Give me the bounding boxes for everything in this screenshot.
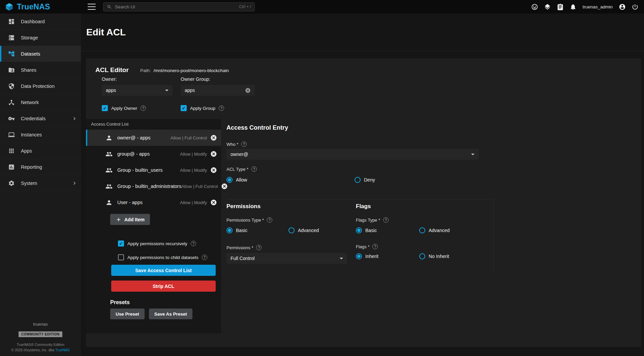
apply-child-datasets-checkbox[interactable] <box>118 254 124 260</box>
acl-type-label-row: ACL Type * <box>226 166 257 172</box>
help-icon[interactable] <box>267 217 272 223</box>
delete-entry-button[interactable] <box>210 151 217 157</box>
permissions-type-advanced-radio[interactable]: Advanced <box>288 227 319 233</box>
sidebar-item-reporting[interactable]: Reporting <box>0 159 81 175</box>
list-item[interactable]: User - apps Allow | Modify <box>86 194 221 211</box>
username-label: truenas_admin <box>583 4 613 9</box>
cancel-icon <box>210 151 217 157</box>
help-icon[interactable] <box>219 105 224 111</box>
list-item[interactable]: owner@ - apps Allow | Full Control <box>86 130 221 146</box>
sidebar-item-storage[interactable]: Storage <box>0 30 81 46</box>
permissions-section-heading: Permissions <box>226 203 260 210</box>
list-item[interactable]: Group - builtin_administrators Allow | F… <box>86 178 221 194</box>
who-select[interactable]: owner@ <box>226 149 479 160</box>
flags-inherit-radio[interactable]: Inherit <box>356 253 378 259</box>
apply-child-datasets-checkbox-row[interactable]: Apply permissions to child datasets <box>118 254 207 260</box>
owner-group-input[interactable]: apps <box>181 85 255 96</box>
chevron-down-icon <box>471 154 474 155</box>
help-icon[interactable] <box>202 255 207 260</box>
user-avatar-icon[interactable] <box>619 3 626 10</box>
help-icon[interactable] <box>251 166 257 172</box>
delete-entry-button[interactable] <box>210 134 217 141</box>
flags-no-inherit-label: No Inherit <box>429 254 449 259</box>
presets-heading: Presets <box>110 299 130 305</box>
strip-acl-button[interactable]: Strip ACL <box>111 281 216 292</box>
owner-group-value: apps <box>185 88 195 93</box>
truenas-logo[interactable]: TrueNAS <box>0 2 81 11</box>
help-icon[interactable] <box>141 105 146 111</box>
sidebar-item-network[interactable]: Network <box>0 94 81 110</box>
search-input[interactable]: Search UI Ctrl + / <box>103 2 255 11</box>
help-icon[interactable] <box>372 244 378 249</box>
list-item[interactable]: group@ - apps Allow | Modify <box>86 146 221 162</box>
truenas-link[interactable]: TrueNAS <box>55 348 70 352</box>
flags-no-inherit-radio[interactable]: No Inherit <box>419 253 449 259</box>
apply-owner-checkbox[interactable] <box>102 105 108 111</box>
help-icon[interactable] <box>191 241 196 246</box>
sidebar-item-dashboard[interactable]: Dashboard <box>0 13 81 30</box>
sidebar-item-shares[interactable]: Shares <box>0 62 81 78</box>
use-preset-button[interactable]: Use Preset <box>110 309 145 319</box>
who-label: Who * <box>226 142 238 147</box>
flags-type-basic-label: Basic <box>365 228 377 233</box>
entry-name: User - apps <box>117 200 143 205</box>
flags-type-label-row: Flags Type * <box>356 217 389 223</box>
apply-owner-checkbox-row[interactable]: Apply Owner <box>102 105 146 111</box>
sidebar-item-instances[interactable]: Instances <box>0 127 81 143</box>
deny-radio[interactable]: Deny <box>355 177 375 183</box>
datasets-tree-icon <box>8 51 15 57</box>
cancel-icon <box>210 199 217 206</box>
smiley-icon[interactable] <box>531 3 538 10</box>
permissions-type-label-row: Permissions Type * <box>226 217 272 223</box>
help-icon[interactable] <box>256 245 262 250</box>
save-access-control-list-button[interactable]: Save Access Control List <box>111 265 216 276</box>
apply-recursively-checkbox[interactable] <box>118 240 124 247</box>
power-icon[interactable] <box>632 3 639 10</box>
shield-icon <box>8 83 15 90</box>
menu-toggle-button[interactable] <box>88 4 96 10</box>
entry-permission: Allow | Full Control <box>181 184 218 189</box>
acl-entry-list: owner@ - apps Allow | Full Control group… <box>86 130 221 211</box>
help-icon[interactable] <box>241 141 247 147</box>
flags-type-advanced-radio[interactable]: Advanced <box>419 227 450 233</box>
permissions-type-basic-radio[interactable]: Basic <box>226 227 247 233</box>
permissions-select[interactable]: Full Control <box>226 253 347 264</box>
entry-permission: Allow | Full Control <box>171 135 207 140</box>
help-icon[interactable] <box>383 217 389 223</box>
layers-icon[interactable] <box>544 3 551 10</box>
permissions-label-row: Permissions * <box>226 245 262 250</box>
clear-input-icon[interactable] <box>245 88 251 93</box>
apply-recursively-checkbox-row[interactable]: Apply permissions recursively <box>118 240 196 247</box>
radio-circle <box>355 177 361 183</box>
sidebar-item-label: Credentials <box>21 116 45 121</box>
sidebar-item-system[interactable]: System <box>0 175 81 191</box>
sidebar: Dashboard Storage Datasets Shares Data P… <box>0 13 81 356</box>
save-as-preset-button[interactable]: Save As Preset <box>149 309 192 319</box>
add-item-button[interactable]: Add Item <box>110 214 150 225</box>
footer-copyright: © 2025 iXsystems, Inc. dba TrueNAS <box>0 348 81 352</box>
radio-circle <box>419 227 425 233</box>
sidebar-item-credentials[interactable]: Credentials <box>0 110 81 127</box>
permissions-label: Permissions * <box>226 245 253 250</box>
sidebar-item-label: Shares <box>21 67 36 73</box>
add-item-label: Add Item <box>124 217 145 222</box>
radio-circle <box>356 253 362 259</box>
bell-icon[interactable] <box>570 3 577 10</box>
delete-entry-button[interactable] <box>210 167 217 173</box>
apply-group-checkbox-row[interactable]: Apply Group <box>181 105 224 111</box>
sidebar-item-label: Datasets <box>21 51 40 57</box>
dataset-path: Path: /mnt/monero-pool/monero-blockchain <box>140 68 229 73</box>
flags-type-label: Flags Type * <box>356 218 380 223</box>
sidebar-item-data-protection[interactable]: Data Protection <box>0 78 81 94</box>
permissions-type-label: Permissions Type * <box>226 218 264 223</box>
sidebar-item-apps[interactable]: Apps <box>0 143 81 159</box>
clipboard-icon[interactable] <box>557 3 564 10</box>
sidebar-item-datasets[interactable]: Datasets <box>0 46 81 62</box>
apply-group-checkbox[interactable] <box>181 105 187 111</box>
allow-radio[interactable]: Allow <box>226 177 247 183</box>
flags-type-basic-radio[interactable]: Basic <box>356 227 377 233</box>
owner-select[interactable]: apps <box>102 85 173 96</box>
delete-entry-button[interactable] <box>210 199 217 206</box>
list-item[interactable]: Group - builtin_users Allow | Modify <box>86 162 221 178</box>
acl-editor-card: ACL Editor Path: /mnt/monero-pool/monero… <box>86 58 641 347</box>
